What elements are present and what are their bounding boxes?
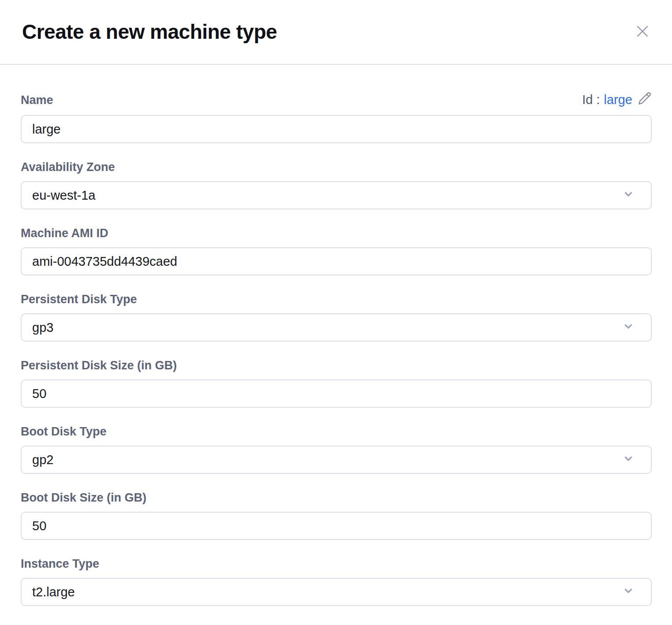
field-group-name: Name Id : large: [21, 91, 652, 143]
boot-disk-size-label: Boot Disk Size (in GB): [21, 491, 146, 505]
instance-type-select[interactable]: t2.large: [21, 578, 652, 606]
field-group-availability-zone: Availability Zone eu-west-1a: [21, 160, 652, 209]
pencil-icon[interactable]: [638, 91, 652, 108]
availability-zone-label: Availability Zone: [21, 160, 115, 174]
field-group-persistent-disk-size: Persistent Disk Size (in GB): [21, 358, 652, 408]
chevron-down-icon: [623, 188, 634, 203]
id-display: Id : large: [582, 91, 652, 108]
name-label: Name: [21, 93, 53, 107]
close-icon: [635, 33, 650, 40]
field-group-boot-disk-size: Boot Disk Size (in GB): [21, 491, 652, 540]
field-group-boot-disk-type: Boot Disk Type gp2: [21, 424, 652, 474]
field-group-instance-type: Instance Type t2.large: [21, 557, 652, 606]
id-value-link[interactable]: large: [604, 93, 633, 107]
boot-disk-type-value: gp2: [32, 453, 53, 467]
chevron-down-icon: [623, 320, 634, 335]
name-input[interactable]: [21, 115, 652, 143]
modal-header: Create a new machine type: [0, 0, 672, 65]
instance-type-value: t2.large: [32, 585, 75, 599]
field-group-machine-ami-id: Machine AMI ID: [21, 226, 652, 275]
id-prefix-label: Id :: [582, 93, 600, 107]
close-button[interactable]: [632, 21, 653, 43]
availability-zone-select[interactable]: eu-west-1a: [21, 181, 652, 209]
persistent-disk-type-select[interactable]: gp3: [21, 313, 652, 342]
name-label-row: Name Id : large: [21, 91, 652, 108]
chevron-down-icon: [623, 453, 634, 467]
availability-zone-value: eu-west-1a: [32, 188, 95, 203]
machine-ami-id-input[interactable]: [21, 247, 652, 275]
field-group-persistent-disk-type: Persistent Disk Type gp3: [21, 292, 652, 342]
boot-disk-type-label: Boot Disk Type: [21, 424, 107, 439]
boot-disk-size-input[interactable]: [21, 512, 652, 540]
persistent-disk-size-label: Persistent Disk Size (in GB): [21, 358, 177, 372]
persistent-disk-size-input[interactable]: [21, 379, 652, 408]
modal-body: Name Id : large Availability Zone: [0, 65, 672, 606]
instance-type-label: Instance Type: [21, 557, 99, 571]
boot-disk-type-select[interactable]: gp2: [21, 446, 652, 474]
modal-title: Create a new machine type: [22, 19, 277, 44]
persistent-disk-type-label: Persistent Disk Type: [21, 292, 137, 306]
machine-ami-id-label: Machine AMI ID: [21, 226, 108, 240]
create-machine-type-modal: Create a new machine type Name Id : larg…: [0, 0, 672, 625]
persistent-disk-type-value: gp3: [32, 320, 53, 335]
chevron-down-icon: [623, 585, 634, 599]
